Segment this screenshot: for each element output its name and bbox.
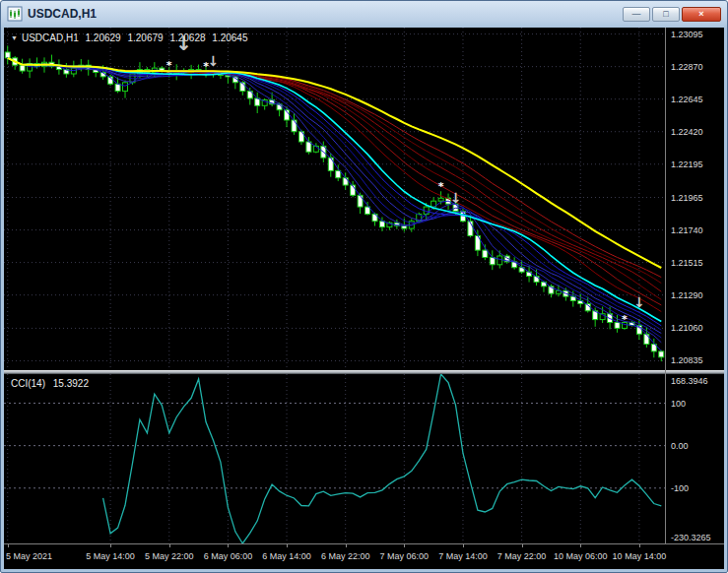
time-tick bbox=[169, 544, 170, 547]
time-tick bbox=[580, 544, 581, 547]
cci-scale-label: -100 bbox=[671, 483, 689, 493]
time-tick bbox=[110, 544, 111, 547]
arrow-down-signal: ↓ bbox=[450, 190, 462, 206]
cci-scale-label: 0.00 bbox=[671, 441, 689, 451]
price-label: 1.23095 bbox=[671, 30, 703, 39]
time-label: 10 May 14:00 bbox=[613, 551, 667, 561]
arrow-down-signal: ↓ bbox=[175, 32, 192, 55]
time-label: 5 May 2021 bbox=[6, 551, 52, 561]
candles-layer bbox=[5, 45, 664, 361]
cci-gridlines bbox=[8, 374, 639, 543]
window-titlebar[interactable]: USDCAD,H1 — □ × bbox=[1, 1, 727, 27]
time-label: 10 May 06:00 bbox=[554, 551, 608, 561]
price-label: 1.21290 bbox=[671, 290, 703, 300]
time-label: 7 May 14:00 bbox=[438, 551, 488, 561]
price-scale[interactable]: 1.230951.228701.226451.224201.221951.219… bbox=[665, 28, 724, 543]
star-signal: * bbox=[438, 180, 444, 193]
price-label: 1.21965 bbox=[671, 193, 703, 203]
arrow-down-signal: ↓ bbox=[208, 53, 220, 69]
window-title: USDCAD,H1 bbox=[28, 7, 97, 21]
mt4-chart-window: USDCAD,H1 — □ × *↓*↓*↓*↓ ▼USDCAD,H1 1.20… bbox=[0, 0, 728, 573]
price-label: 1.22195 bbox=[671, 159, 703, 169]
time-tick bbox=[639, 544, 640, 547]
time-label: 5 May 22:00 bbox=[145, 551, 194, 561]
cci-indicator-pane[interactable] bbox=[4, 374, 665, 543]
time-label: 5 May 14:00 bbox=[86, 551, 135, 561]
time-tick bbox=[287, 544, 288, 547]
main-price-pane[interactable]: *↓*↓*↓*↓ bbox=[4, 28, 665, 370]
cci-scale-label: 100 bbox=[671, 399, 686, 409]
cci-line bbox=[103, 374, 662, 543]
time-label: 6 May 22:00 bbox=[321, 551, 370, 561]
close-button[interactable]: × bbox=[682, 7, 721, 22]
chart-icon bbox=[7, 6, 23, 22]
time-tick bbox=[404, 544, 405, 547]
blue-ma-ribbon bbox=[8, 58, 662, 351]
cci-scale-label: -230.3265 bbox=[671, 533, 711, 542]
price-label: 1.20835 bbox=[671, 355, 703, 365]
time-tick bbox=[522, 544, 523, 547]
time-axis[interactable]: 5 May 20215 May 14:005 May 22:006 May 06… bbox=[4, 543, 724, 569]
time-tick bbox=[463, 544, 464, 547]
time-tick bbox=[228, 544, 229, 547]
cci-scale-label: 168.3946 bbox=[671, 376, 708, 386]
time-label: 7 May 06:00 bbox=[380, 551, 430, 561]
price-label: 1.21060 bbox=[671, 323, 703, 333]
price-label: 1.22870 bbox=[671, 62, 703, 72]
time-tick bbox=[346, 544, 347, 547]
minimize-button[interactable]: — bbox=[623, 7, 650, 22]
window-controls: — □ × bbox=[623, 7, 721, 22]
time-tick bbox=[8, 544, 9, 547]
time-label: 7 May 22:00 bbox=[497, 551, 547, 561]
arrow-down-signal: ↓ bbox=[633, 294, 645, 310]
time-label: 6 May 14:00 bbox=[262, 551, 311, 561]
maximize-button[interactable]: □ bbox=[652, 7, 680, 22]
time-label: 6 May 06:00 bbox=[204, 551, 253, 561]
star-signal: * bbox=[166, 59, 172, 72]
star-signal: * bbox=[622, 313, 628, 326]
price-label: 1.21740 bbox=[671, 225, 703, 235]
price-label: 1.21515 bbox=[671, 258, 703, 268]
price-label: 1.22420 bbox=[671, 127, 703, 137]
chart-client-area: *↓*↓*↓*↓ ▼USDCAD,H1 1.20629 1.20679 1.20… bbox=[4, 28, 724, 569]
red-ma-ribbon bbox=[8, 58, 662, 312]
price-label: 1.22645 bbox=[671, 95, 703, 104]
